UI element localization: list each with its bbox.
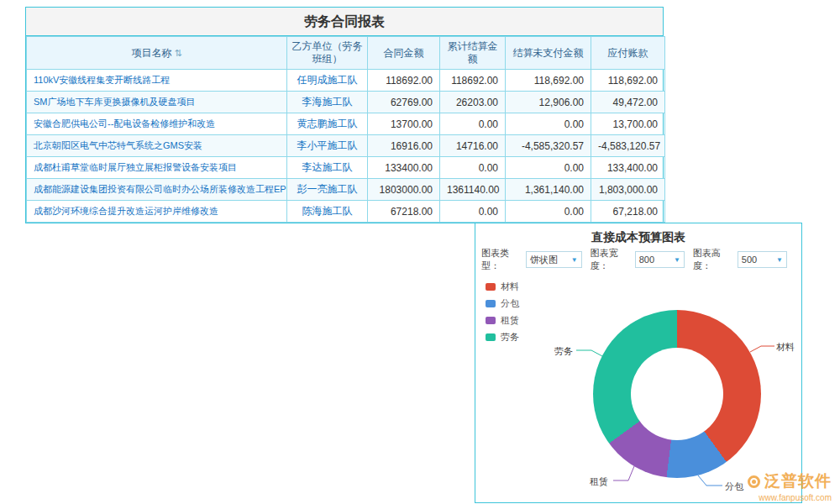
table-header-row: 项目名称⇅ 乙方单位（劳务班组） 合同金额 累计结算金额 结算未支付金额 应付账…	[27, 37, 665, 70]
report-table: 项目名称⇅ 乙方单位（劳务班组） 合同金额 累计结算金额 结算未支付金额 应付账…	[26, 36, 665, 223]
unit-link[interactable]: 任明成施工队	[297, 74, 358, 86]
table-row: 成都能源建设集团投资有限公司临时办公场所装修改造工程EPC 彭一亮施工队 180…	[27, 179, 665, 201]
legend-swatch-icon	[486, 283, 496, 291]
table-row: 成都杜甫草堂临时展厅独立展柜报警设备安装项目 李达施工队 133400.00 0…	[27, 157, 665, 179]
project-link[interactable]: 安徽合肥供电公司--配电设备检修维护和改造	[34, 118, 215, 129]
vendor-name: 泛普软件	[764, 470, 832, 492]
pie-slice-label-subcontract: 分包	[725, 480, 743, 493]
legend-label: 分包	[501, 297, 519, 310]
project-link[interactable]: 成都杜甫草堂临时展厅独立展柜报警设备安装项目	[34, 162, 237, 172]
chart-legend: 材料 分包 租赁 劳务	[486, 281, 519, 348]
chevron-down-icon: ▼	[674, 256, 680, 264]
legend-item-material[interactable]: 材料	[486, 281, 519, 293]
cell-contract-amount: 62769.00	[368, 92, 440, 113]
pie-slice-label-labor: 劳务	[554, 345, 573, 358]
vendor-logo-icon	[748, 475, 760, 488]
chart-type-label: 图表类型：	[481, 247, 523, 272]
cell-contract-amount: 16916.00	[368, 135, 440, 157]
table-head: 项目名称⇅ 乙方单位（劳务班组） 合同金额 累计结算金额 结算未支付金额 应付账…	[27, 37, 665, 70]
table-row: SM广场地下车库更换摄像机及硬盘项目 李海施工队 62769.00 26203.…	[27, 92, 665, 113]
vendor-url: www.fanpusoft.com	[748, 493, 832, 502]
unit-link[interactable]: 李海施工队	[302, 96, 353, 108]
chart-controls: 图表类型： 饼状图 ▼ 图表宽度： 800 ▼ 图表高度： 500 ▼	[475, 249, 801, 270]
cell-project: 成都沙河环境综合提升改造运河护岸维修改造	[27, 201, 287, 223]
chart-height-value: 500	[742, 255, 757, 265]
project-link[interactable]: 北京朝阳区电气中芯特气系统之GMS安装	[34, 140, 202, 150]
legend-swatch-icon	[486, 333, 496, 341]
unit-link[interactable]: 黄志鹏施工队	[297, 118, 358, 129]
cell-unpaid-amount: 0.00	[506, 201, 591, 223]
cell-unit: 彭一亮施工队	[287, 179, 368, 201]
cell-payable: 13,700.00	[591, 113, 665, 135]
cell-project: SM广场地下车库更换摄像机及硬盘项目	[27, 92, 287, 113]
project-link[interactable]: 110kV安徽线程集变开断线路工程	[34, 75, 170, 85]
legend-label: 劳务	[501, 331, 519, 344]
chart-height-label: 图表高度：	[693, 247, 735, 272]
cell-unit: 李海施工队	[287, 92, 368, 113]
unit-link[interactable]: 李达施工队	[302, 161, 353, 173]
pie-slice-label-lease: 租赁	[590, 475, 608, 488]
donut-chart[interactable]	[593, 310, 761, 478]
unit-link[interactable]: 陈海施工队	[302, 205, 353, 217]
cell-project: 成都能源建设集团投资有限公司临时办公场所装修改造工程EPC	[27, 179, 287, 201]
cell-project: 北京朝阳区电气中芯特气系统之GMS安装	[27, 135, 287, 157]
project-link[interactable]: 成都沙河环境综合提升改造运河护岸维修改造	[34, 206, 218, 216]
cell-unpaid-amount: -4,585,320.57	[506, 135, 591, 157]
report-title: 劳务合同报表	[26, 8, 663, 36]
col-header-settled-amount: 累计结算金额	[440, 37, 506, 70]
cell-settled-amount: 118692.00	[440, 70, 506, 92]
table-row: 北京朝阳区电气中芯特气系统之GMS安装 李小平施工队 16916.00 1471…	[27, 135, 665, 157]
legend-label: 材料	[501, 281, 519, 293]
legend-item-lease[interactable]: 租赁	[486, 314, 519, 327]
project-link[interactable]: SM广场地下车库更换摄像机及硬盘项目	[34, 97, 196, 107]
cell-contract-amount: 67218.00	[368, 201, 440, 223]
unit-link[interactable]: 李小平施工队	[297, 139, 358, 151]
vendor-watermark: 泛普软件 www.fanpusoft.com	[748, 470, 832, 502]
col-header-project[interactable]: 项目名称⇅	[27, 37, 287, 70]
chart-width-select[interactable]: 800 ▼	[635, 251, 685, 268]
cell-unit: 陈海施工队	[287, 201, 368, 223]
chart-height-control: 图表高度： 500 ▼	[693, 247, 787, 272]
legend-item-labor[interactable]: 劳务	[486, 331, 519, 344]
cell-project: 110kV安徽线程集变开断线路工程	[27, 70, 287, 92]
chart-type-value: 饼状图	[530, 254, 558, 266]
col-header-payable: 应付账款	[591, 37, 665, 70]
cell-contract-amount: 133400.00	[368, 157, 440, 179]
cell-unpaid-amount: 118,692.00	[506, 70, 591, 92]
legend-swatch-icon	[486, 317, 496, 324]
table-body: 110kV安徽线程集变开断线路工程 任明成施工队 118692.00 11869…	[27, 70, 665, 223]
chart-type-select[interactable]: 饼状图 ▼	[526, 251, 581, 268]
cell-contract-amount: 1803000.00	[368, 179, 440, 201]
sort-icon[interactable]: ⇅	[174, 48, 181, 58]
callout-line-subcontract	[698, 475, 722, 486]
cell-payable: 118,692.00	[591, 70, 665, 92]
cost-budget-chart-panel: 直接成本预算图表 图表类型： 饼状图 ▼ 图表宽度： 800 ▼ 图表高度： 5…	[475, 223, 802, 503]
cell-contract-amount: 13700.00	[368, 113, 440, 135]
watermark-row: 泛普软件	[748, 470, 832, 492]
cell-unit: 任明成施工队	[287, 70, 368, 92]
cell-unpaid-amount: 0.00	[506, 157, 591, 179]
cell-settled-amount: 0.00	[440, 201, 506, 223]
chart-width-control: 图表宽度： 800 ▼	[591, 247, 685, 272]
cell-payable: 49,472.00	[591, 92, 665, 113]
cell-unit: 李达施工队	[287, 157, 368, 179]
chevron-down-icon: ▼	[571, 256, 578, 264]
labor-contract-report: 劳务合同报表 项目名称⇅ 乙方单位（劳务班组） 合同金额 累计结算金额 结算未支…	[25, 7, 664, 223]
cell-project: 安徽合肥供电公司--配电设备检修维护和改造	[27, 113, 287, 135]
cell-settled-amount: 1361140.00	[440, 179, 506, 201]
chart-title: 直接成本预算图表	[475, 223, 801, 249]
chevron-down-icon: ▼	[776, 256, 783, 264]
cell-unit: 黄志鹏施工队	[287, 113, 368, 135]
cell-unpaid-amount: 0.00	[506, 113, 591, 135]
cell-unit: 李小平施工队	[287, 135, 368, 157]
project-link[interactable]: 成都能源建设集团投资有限公司临时办公场所装修改造工程EPC	[34, 184, 287, 194]
chart-width-label: 图表宽度：	[591, 247, 633, 272]
cell-payable: 133,400.00	[591, 157, 665, 179]
legend-item-subcontract[interactable]: 分包	[486, 297, 519, 310]
cell-unpaid-amount: 1,361,140.00	[506, 179, 591, 201]
chart-height-select[interactable]: 500 ▼	[738, 251, 787, 268]
cell-settled-amount: 14716.00	[440, 135, 506, 157]
cell-project: 成都杜甫草堂临时展厅独立展柜报警设备安装项目	[27, 157, 287, 179]
cell-payable: -4,583,120.57	[591, 135, 665, 157]
unit-link[interactable]: 彭一亮施工队	[297, 183, 358, 195]
